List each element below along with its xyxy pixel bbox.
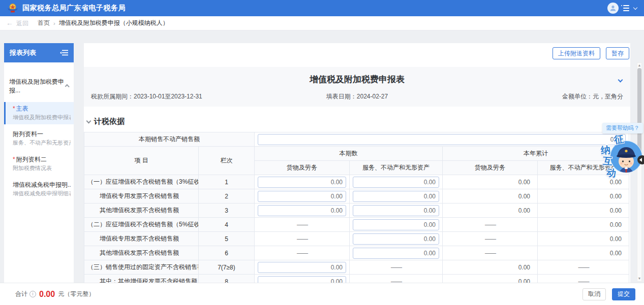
not-applicable-dash: —— (444, 250, 536, 257)
total-label: 合计 (15, 290, 27, 298)
left-arrow-icon (639, 158, 642, 162)
amount-input[interactable] (353, 205, 439, 216)
amount-cell: —— (443, 232, 538, 246)
amount-cell: —— (443, 218, 538, 232)
menu-fold-icon[interactable] (60, 50, 68, 56)
form-meta-row: 税款所属期间：2023-10-01至2023-12-31 填表日期：2024-0… (91, 92, 623, 100)
amount-readonly: 0.00 (539, 207, 628, 214)
temp-save-button[interactable]: 暂存 (606, 47, 629, 59)
amount-input[interactable] (353, 233, 439, 245)
account-menu-icon[interactable] (623, 5, 629, 11)
assistant-char-dong: 动 (605, 166, 617, 180)
table-header-row-1: 项 目 栏次 本期数 本年累计 (84, 147, 629, 161)
sidebar-item[interactable]: 增值税减免税申报明...增值税减免税申报明细表 (4, 178, 74, 200)
amount-cell: —— (350, 260, 443, 275)
property-sales-label: 本期销售不动产销售额 (84, 132, 255, 147)
scroll-down-icon[interactable]: ▼ (637, 276, 641, 281)
table-row: 增值税专用发票不含税销售额20.000.00 (84, 189, 629, 204)
report-group-header[interactable]: 增值税及附加税费申报... (4, 78, 74, 95)
row-item-label: 增值税专用发票不含税销售额 (84, 232, 199, 246)
chevron-down-icon (618, 78, 623, 83)
table-row: 增值税专用发票不含税销售额5————0.00 (84, 232, 629, 246)
breadcrumb-home-link[interactable]: 首页 (38, 19, 50, 27)
property-sales-input[interactable] (258, 134, 626, 145)
amount-cell: 0.00 (538, 246, 629, 260)
cancel-button[interactable]: 取消 (582, 288, 606, 300)
chevron-down-icon[interactable] (633, 6, 637, 10)
collapse-header-button[interactable] (619, 76, 622, 83)
submit-button[interactable]: 提交 (612, 288, 635, 300)
report-list-panel: 报表列表 增值税及附加税费申报... *主表增值税及附加税费申报表附列资料一服务… (4, 43, 74, 283)
amount-cell (255, 175, 350, 189)
amount-input[interactable] (353, 177, 439, 188)
form-title: 增值税及附加税费申报表 (91, 74, 623, 85)
amount-cell: 0.00 (538, 232, 629, 246)
amount-input[interactable] (353, 219, 439, 230)
amount-cell: 0.00 (443, 204, 538, 218)
amount-input[interactable] (258, 191, 346, 202)
app-title: 国家税务总局广东省电子税务局 (22, 4, 126, 13)
row-col-number: 4 (199, 218, 255, 232)
tax-bureau-logo-icon (7, 3, 18, 14)
amount-cell (350, 218, 443, 232)
chevron-down-icon (86, 118, 91, 123)
form-header: 增值税及附加税费申报表 税款所属期间：2023-10-01至2023-12-31… (84, 67, 630, 107)
row-col-number: 6 (199, 246, 255, 260)
amount-cell: 0.00 (443, 189, 538, 204)
table-row: （二）应征增值税不含税销售额（5%征收率）4————0.00 (84, 218, 629, 232)
back-button[interactable]: ←返回 (6, 19, 28, 28)
amount-readonly: 0.00 (539, 235, 628, 243)
interaction-assistant-widget: 需要帮助吗？ 征 纳 互 动 (600, 122, 644, 185)
info-icon[interactable]: i (29, 291, 36, 297)
upload-attachments-button[interactable]: 上传附送资料 (553, 47, 600, 59)
sidebar-item-title-row: 增值税减免税申报明... (13, 181, 71, 189)
report-list-items: *主表增值税及附加税费申报表附列资料一服务、不动产和无形资产扣..*附列资料二附… (4, 102, 74, 200)
amount-readonly: 0.00 (539, 250, 628, 257)
row-item-label: 增值税专用发票不含税销售额 (84, 189, 199, 204)
amount-cell: 0.00 (538, 218, 629, 232)
sidebar-item-title-row: *主表 (13, 105, 71, 113)
amount-cell (350, 175, 443, 189)
amount-readonly: 0.00 (444, 193, 536, 200)
amount-cell (255, 204, 350, 218)
panel-collapse-handle[interactable] (637, 155, 644, 164)
amount-cell: —— (255, 218, 350, 232)
amount-input[interactable] (353, 248, 439, 259)
section-tax-basis[interactable]: 计税依据 (87, 117, 627, 126)
scroll-up-icon[interactable]: ▲ (637, 63, 641, 68)
property-sales-cell (255, 132, 629, 147)
not-applicable-dash: —— (256, 250, 348, 257)
amount-input[interactable] (258, 262, 346, 273)
amount-input[interactable] (258, 205, 346, 216)
amount-input[interactable] (353, 191, 439, 202)
form-toolbar: 上传附送资料 暂存 (84, 43, 630, 63)
sidebar-item[interactable]: *附列资料二附加税费情况表 (4, 153, 74, 175)
table-row: 其他增值税发票不含税销售额6————0.00 (84, 246, 629, 260)
sidebar-item[interactable]: *主表增值税及附加税费申报表 (4, 102, 74, 124)
user-avatar[interactable] (607, 3, 619, 14)
sidebar-item[interactable]: 附列资料一服务、不动产和无形资产扣.. (4, 127, 74, 150)
sidebar-item-subtitle: 增值税及附加税费申报表 (13, 114, 71, 121)
amount-input[interactable] (258, 177, 346, 188)
amount-cell: —— (538, 260, 629, 275)
breadcrumb-current-page: 增值税及附加税费申报（小规模纳税人） (59, 19, 169, 27)
sidebar-item-subtitle: 增值税减免税申报明细表 (13, 190, 71, 197)
table-body: 本期销售不动产销售额 项 目 栏次 本期数 本年累计 货物及劳务 服务、不动产和… (84, 132, 629, 289)
sidebar-item-title-row: *附列资料二 (13, 155, 71, 163)
amount-readonly: 0.00 (444, 179, 536, 186)
row-col-number: 1 (199, 175, 255, 189)
amount-readonly: 0.00 (539, 221, 628, 228)
amount-cell (350, 189, 443, 204)
amount-readonly: 0.00 (539, 193, 628, 200)
report-list-title: 报表列表 (10, 48, 36, 57)
row-col-number: 3 (199, 204, 255, 218)
required-asterisk: * (13, 156, 15, 163)
back-arrow-icon: ← (6, 19, 13, 27)
declaration-form-card: 上传附送资料 暂存 增值税及附加税费申报表 税款所属期间：2023-10-01至… (84, 43, 630, 283)
row-col-number: 5 (199, 232, 255, 246)
amount-cell (255, 260, 350, 275)
not-applicable-dash: —— (539, 264, 628, 271)
table-row: 其他增值税发票不含税销售额30.000.00 (84, 204, 629, 218)
amount-cell: 0.00 (538, 189, 629, 204)
header-item: 项 目 (84, 147, 199, 175)
